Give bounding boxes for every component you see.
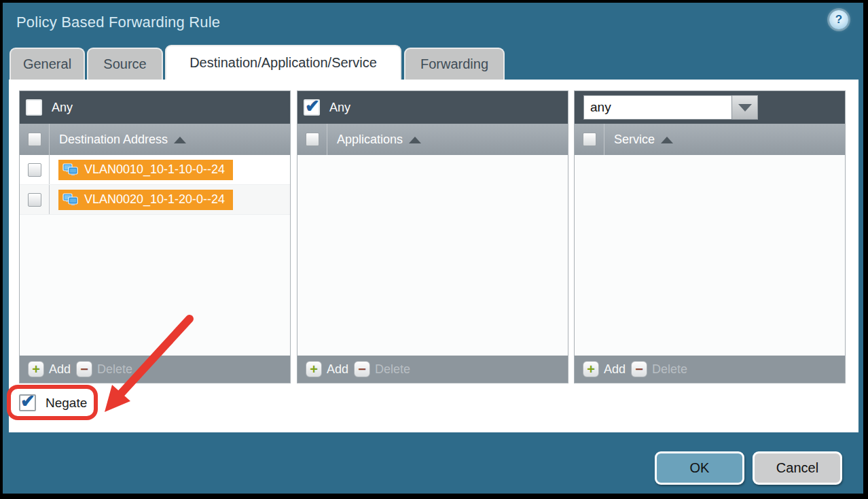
delete-minus-icon: − xyxy=(354,361,370,377)
add-plus-icon: + xyxy=(306,361,322,377)
delete-button[interactable]: − Delete xyxy=(354,361,410,377)
destination-any-checkbox[interactable] xyxy=(26,99,42,116)
table-row[interactable]: VLAN0020_10-1-20-0--24 xyxy=(20,185,290,215)
destination-address-panel: Any Destination Address VLAN0010_10 xyxy=(19,90,291,383)
destination-toolbar: + Add − Delete xyxy=(20,356,290,383)
delete-minus-icon: − xyxy=(76,361,92,377)
negate-label: Negate xyxy=(46,396,87,411)
network-hosts-icon xyxy=(62,163,79,177)
address-object-badge[interactable]: VLAN0010_10-1-10-0--24 xyxy=(58,160,233,180)
service-list xyxy=(575,155,845,356)
row-checkbox[interactable] xyxy=(28,163,41,177)
applications-column-header[interactable]: Applications xyxy=(297,124,568,155)
sort-ascending-icon xyxy=(409,137,421,143)
add-plus-icon: + xyxy=(28,361,44,377)
destination-select-all-checkbox[interactable] xyxy=(28,133,41,146)
applications-any-bar: Any xyxy=(297,91,568,124)
add-button[interactable]: + Add xyxy=(583,361,626,377)
negate-control: Negate xyxy=(19,394,87,411)
sort-ascending-icon xyxy=(174,137,186,143)
applications-select-all-checkbox[interactable] xyxy=(306,133,319,146)
service-panel: any Service + Add − Delete xyxy=(574,90,846,383)
service-any-bar: any xyxy=(575,91,845,124)
help-icon[interactable]: ? xyxy=(829,10,848,29)
tab-source[interactable]: Source xyxy=(87,48,163,80)
applications-toolbar: + Add − Delete xyxy=(297,356,568,383)
destination-list: VLAN0010_10-1-10-0--24 VLAN0020_10-1-20-… xyxy=(20,155,290,356)
add-plus-icon: + xyxy=(583,361,599,377)
applications-panel: Any Applications + Add − Delete xyxy=(297,90,568,383)
destination-column-header[interactable]: Destination Address xyxy=(20,124,290,155)
address-object-label: VLAN0020_10-1-20-0--24 xyxy=(84,192,225,207)
destination-any-label: Any xyxy=(52,101,73,115)
add-button[interactable]: + Add xyxy=(28,361,71,377)
service-dropdown[interactable]: any xyxy=(583,95,758,120)
destination-any-bar: Any xyxy=(20,91,290,124)
row-checkbox[interactable] xyxy=(28,193,41,207)
applications-column-title: Applications xyxy=(337,133,403,147)
table-row[interactable]: VLAN0010_10-1-10-0--24 xyxy=(20,155,290,185)
tab-forwarding[interactable]: Forwarding xyxy=(404,48,505,80)
service-select-all-checkbox[interactable] xyxy=(583,133,596,146)
applications-list xyxy=(297,155,568,356)
applications-any-checkbox[interactable] xyxy=(304,99,320,116)
cancel-button[interactable]: Cancel xyxy=(753,451,842,485)
service-toolbar: + Add − Delete xyxy=(575,356,845,383)
add-button[interactable]: + Add xyxy=(306,361,348,377)
tab-destination-application-service[interactable]: Destination/Application/Service xyxy=(165,45,401,80)
service-column-title: Service xyxy=(614,133,655,147)
ok-button[interactable]: OK xyxy=(655,451,744,485)
destination-column-title: Destination Address xyxy=(59,133,168,147)
delete-button[interactable]: − Delete xyxy=(76,361,132,377)
delete-button[interactable]: − Delete xyxy=(631,361,687,377)
tab-general[interactable]: General xyxy=(10,48,85,80)
service-dropdown-value: any xyxy=(583,95,732,120)
address-object-badge[interactable]: VLAN0020_10-1-20-0--24 xyxy=(58,190,233,210)
applications-any-label: Any xyxy=(329,101,350,115)
chevron-down-icon xyxy=(738,104,752,111)
network-hosts-icon xyxy=(62,193,79,207)
address-object-label: VLAN0010_10-1-10-0--24 xyxy=(84,162,225,177)
negate-checkbox[interactable] xyxy=(19,394,36,411)
service-column-header[interactable]: Service xyxy=(575,124,845,155)
service-dropdown-button[interactable] xyxy=(732,95,758,120)
sort-ascending-icon xyxy=(661,137,673,143)
dialog-title: Policy Based Forwarding Rule xyxy=(16,14,220,31)
delete-minus-icon: − xyxy=(631,361,647,377)
